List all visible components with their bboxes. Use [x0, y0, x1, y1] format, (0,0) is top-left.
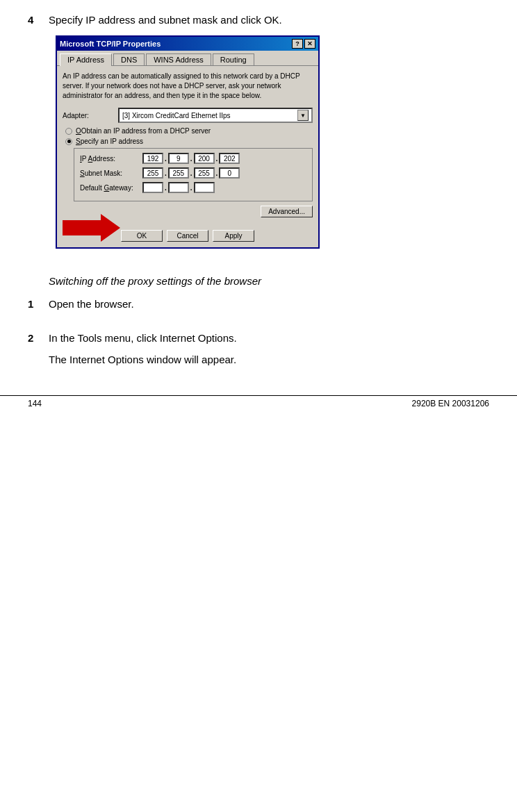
subnet-dot-1: . [165, 169, 167, 177]
dialog-body: An IP address can be automatically assig… [57, 65, 318, 226]
dialog-footer: OK Cancel Apply [57, 226, 318, 247]
ip-address-boxes: 192 . 9 . 200 . 202 [142, 153, 240, 164]
page-container: 4 Specify IP address and subnet mask and… [0, 0, 517, 415]
subnet-octet-2[interactable]: 255 [168, 167, 189, 179]
tab-wins[interactable]: WINS Address [146, 53, 211, 65]
subnet-dot-2: . [190, 169, 192, 177]
red-arrow [63, 214, 120, 242]
gateway-octet-3[interactable] [194, 182, 215, 193]
subnet-dot-3: . [216, 169, 218, 177]
step-1-text: Open the browser. [49, 298, 489, 310]
ip-dot-1: . [165, 155, 167, 163]
radio-dhcp-row: OObtain an IP address from a DHCP server [65, 127, 313, 135]
step-4-number: 4 [28, 14, 49, 26]
ip-address-label: IP Address: [80, 155, 142, 163]
radio-dhcp-label: OObtain an IP address from a DHCP server [76, 127, 211, 135]
radio-dhcp[interactable] [65, 128, 72, 135]
ip-dot-2: . [190, 155, 192, 163]
adapter-field: [3] Xircom CreditCard Ethernet IIps ▼ [118, 108, 313, 123]
ip-octet-3[interactable]: 200 [194, 153, 215, 164]
document-ref: 2920B EN 20031206 [412, 399, 489, 408]
subnet-boxes: 255 . 255 . 255 . 0 [142, 167, 240, 179]
step-2-row: 2 In the Tools menu, click Internet Opti… [28, 332, 489, 375]
dialog-tabs: IP Address DNS WINS Address Routing [57, 51, 318, 65]
step-1-content: Open the browser. [49, 298, 489, 320]
apply-button[interactable]: Apply [213, 230, 254, 242]
ip-octet-1[interactable]: 192 [142, 153, 163, 164]
dropdown-arrow-icon[interactable]: ▼ [297, 110, 309, 121]
info-text: An IP address can be automatically assig… [63, 72, 313, 101]
gateway-octet-2[interactable] [168, 182, 189, 193]
ip-octet-2[interactable]: 9 [168, 153, 189, 164]
radio-specify[interactable] [65, 138, 72, 145]
subnet-row: Subnet Mask: 255 . 255 . 255 . 0 [80, 167, 306, 179]
ok-button[interactable]: OK [121, 230, 163, 242]
advanced-button[interactable]: Advanced... [261, 206, 313, 217]
red-arrow-container [63, 214, 120, 242]
radio-specify-row: Specify an IP address [65, 138, 313, 145]
step-2-number: 2 [28, 332, 49, 344]
dialog-titlebar: Microsoft TCP/IP Properties ? ✕ [57, 37, 318, 51]
arrow-head-icon [101, 214, 120, 242]
step-2-text: In the Tools menu, click Internet Option… [49, 332, 489, 344]
subnet-label: Subnet Mask: [80, 169, 142, 177]
gateway-label: Default Gateway: [80, 184, 142, 192]
step-1-number: 1 [28, 298, 49, 310]
subnet-octet-4[interactable]: 0 [219, 167, 240, 179]
subnet-octet-3[interactable]: 255 [194, 167, 215, 179]
cancel-button[interactable]: Cancel [167, 230, 208, 242]
gateway-octet-1[interactable] [142, 182, 163, 193]
arrow-body [63, 220, 101, 235]
adapter-label: Adapter: [63, 112, 118, 119]
close-button[interactable]: ✕ [304, 39, 315, 49]
page-number: 144 [28, 399, 42, 408]
adapter-value: [3] Xircom CreditCard Ethernet IIps [122, 112, 231, 119]
gateway-row: Default Gateway: . . [80, 182, 306, 193]
step-4-row: 4 Specify IP address and subnet mask and… [28, 14, 489, 263]
help-button[interactable]: ? [292, 39, 303, 49]
ip-address-row: IP Address: 192 . 9 . 200 . 202 [80, 153, 306, 164]
subnet-octet-1[interactable]: 255 [142, 167, 163, 179]
step-4-text: Specify IP address and subnet mask and c… [49, 14, 489, 26]
tab-routing[interactable]: Routing [213, 53, 254, 65]
step-2-content: In the Tools menu, click Internet Option… [49, 332, 489, 375]
tcp-ip-dialog: Microsoft TCP/IP Properties ? ✕ IP Addre… [56, 35, 320, 249]
step-1-row: 1 Open the browser. [28, 298, 489, 320]
step-4-content: Specify IP address and subnet mask and c… [49, 14, 489, 263]
adapter-dropdown[interactable]: [3] Xircom CreditCard Ethernet IIps ▼ [118, 108, 313, 123]
gateway-dot-1: . [165, 184, 167, 192]
section-heading: Switching off the proxy settings of the … [49, 275, 489, 287]
radio-specify-label: Specify an IP address [76, 138, 143, 145]
ip-octet-4[interactable]: 202 [219, 153, 240, 164]
page-footer: 144 2920B EN 20031206 [0, 395, 517, 408]
adapter-row: Adapter: [3] Xircom CreditCard Ethernet … [63, 108, 313, 123]
tab-dns[interactable]: DNS [113, 53, 145, 65]
gateway-boxes: . . [142, 182, 215, 193]
dialog-wrapper: Microsoft TCP/IP Properties ? ✕ IP Addre… [56, 35, 489, 249]
tab-ip-address[interactable]: IP Address [60, 53, 112, 66]
ip-dot-3: . [216, 155, 218, 163]
title-buttons: ? ✕ [292, 39, 315, 49]
gateway-dot-2: . [190, 184, 192, 192]
dialog-title: Microsoft TCP/IP Properties [60, 40, 161, 48]
ip-section: IP Address: 192 . 9 . 200 . 202 [74, 148, 313, 201]
step-2-subtext: The Internet Options window will appear. [49, 354, 489, 365]
